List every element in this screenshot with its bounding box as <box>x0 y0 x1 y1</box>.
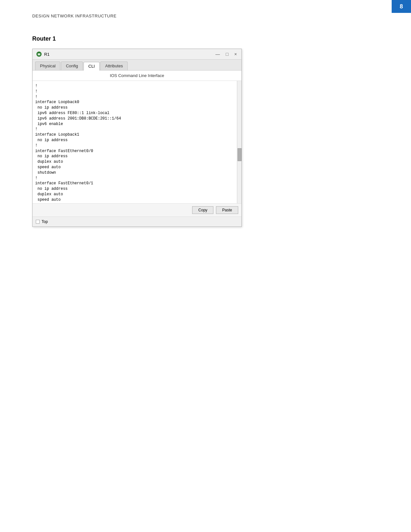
router-icon <box>36 51 42 57</box>
scrollbar[interactable] <box>237 81 241 203</box>
tab-cli[interactable]: CLI <box>83 62 100 71</box>
tab-physical[interactable]: Physical <box>35 62 60 70</box>
tab-attributes[interactable]: Attributes <box>100 62 128 70</box>
bottom-bar: Top <box>33 217 241 227</box>
page-title: DESIGN NETWORK INFRASTRUCTURE <box>32 14 117 18</box>
title-bar-left: R1 <box>36 51 50 57</box>
button-bar: Copy Paste <box>33 203 241 217</box>
svg-rect-1 <box>38 53 40 55</box>
maximize-button[interactable]: □ <box>224 52 230 56</box>
minimize-button[interactable]: — <box>214 52 221 56</box>
title-bar: R1 — □ × <box>33 49 241 60</box>
tabs-bar: Physical Config CLI Attributes <box>33 60 241 71</box>
simulator-window: R1 — □ × Physical Config CLI Attributes … <box>32 49 242 227</box>
tab-config[interactable]: Config <box>61 62 83 70</box>
page-number-badge: 8 <box>392 0 411 13</box>
router-heading: Router 1 <box>32 35 242 42</box>
router-section: Router 1 R1 — □ × Physical <box>32 35 242 227</box>
paste-button[interactable]: Paste <box>216 206 238 214</box>
title-bar-controls: — □ × <box>214 52 238 56</box>
svg-point-2 <box>38 55 39 56</box>
cli-text: ! ! ! interface Loopback0 no ip address … <box>35 83 239 203</box>
scroll-thumb[interactable] <box>238 148 241 161</box>
top-label: Top <box>42 219 48 224</box>
window-title: R1 <box>44 52 50 57</box>
copy-button[interactable]: Copy <box>192 206 213 214</box>
svg-point-3 <box>39 55 40 56</box>
top-checkbox[interactable] <box>36 220 40 224</box>
close-button[interactable]: × <box>233 52 238 56</box>
cli-content-area[interactable]: ! ! ! interface Loopback0 no ip address … <box>33 81 241 203</box>
cli-header: IOS Command Line Interface <box>33 71 241 81</box>
